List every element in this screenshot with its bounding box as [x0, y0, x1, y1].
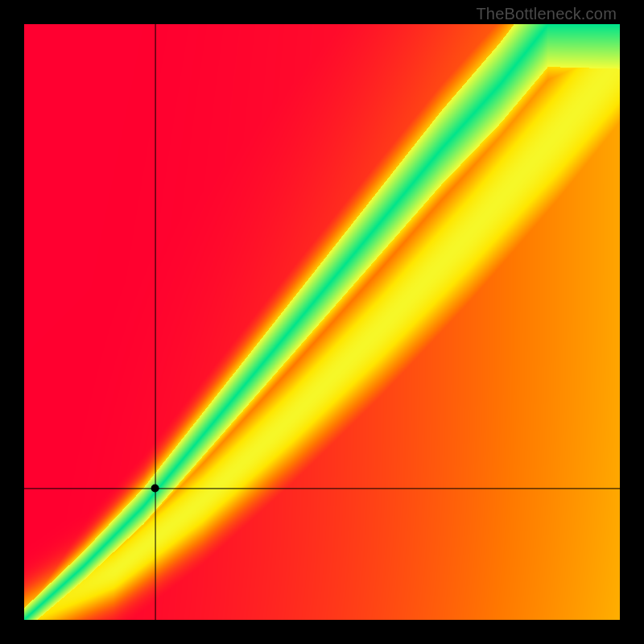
- heatmap-frame: [24, 24, 620, 620]
- bottleneck-heatmap: [24, 24, 620, 620]
- attribution-label: TheBottleneck.com: [476, 5, 617, 23]
